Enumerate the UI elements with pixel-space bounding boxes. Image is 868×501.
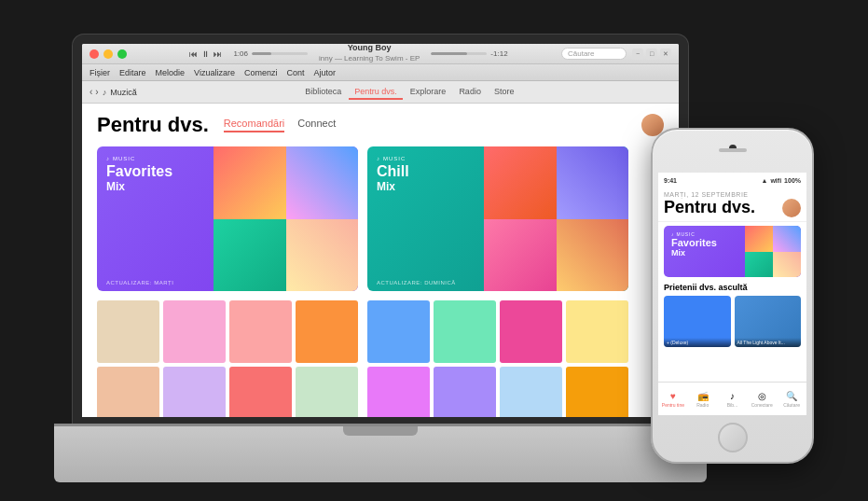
chill-album-2[interactable]	[434, 300, 496, 363]
laptop-screen-border: ⏮ ⏸ ⏭ 1:06 Young Boy inny — Lea	[73, 35, 688, 426]
laptop-notch	[343, 426, 418, 436]
phone-favorites-card[interactable]: ♪ MUSIC Favorites Mix	[664, 226, 801, 277]
menu-editare[interactable]: Editare	[119, 68, 146, 77]
tab-radio[interactable]: Radio	[453, 85, 487, 100]
chill-album-3[interactable]	[500, 300, 562, 363]
phone-friend-1[interactable]: + (Deluxe)	[664, 296, 731, 347]
small-album-7[interactable]	[229, 367, 292, 417]
tab-store[interactable]: Store	[489, 85, 520, 100]
tab-explorare[interactable]: Explorare	[405, 85, 452, 100]
progress-fill-right	[431, 52, 467, 55]
phone-collage-3	[745, 252, 773, 278]
favorites-collage-1	[214, 146, 286, 219]
pause-button[interactable]: ⏸	[201, 49, 210, 59]
favorites-collage-3	[214, 219, 286, 292]
phone-favorites-collage	[745, 226, 801, 277]
tab-connect[interactable]: Connect	[297, 118, 336, 132]
progress-bar[interactable]	[252, 52, 308, 55]
phone-tab-bib[interactable]: ♪ Bib...	[718, 391, 748, 408]
phone-vol-up-button[interactable]	[651, 200, 653, 214]
phone-ui: 9:41 ▲ wifi 100% MARȚI, 12 SEPTEMBRIE Pe…	[658, 173, 806, 415]
back-button[interactable]: ‹	[90, 87, 92, 97]
forward-button[interactable]: ›	[95, 87, 98, 97]
phone-collage-4	[773, 252, 801, 278]
progress-bar-right[interactable]	[431, 52, 487, 55]
chill-album-6[interactable]	[434, 367, 496, 417]
phone-side-button[interactable]	[812, 204, 814, 223]
phone-favorites-name: Favorites	[671, 237, 717, 248]
phone-home-button[interactable]	[718, 423, 748, 452]
phone-collage-1	[745, 226, 773, 252]
menu-ajutor[interactable]: Ajutor	[313, 68, 336, 77]
minimize-win-button[interactable]: −	[632, 49, 643, 60]
small-album-5[interactable]	[97, 367, 159, 417]
heart-icon: ♥	[670, 391, 676, 401]
chill-section: ♪ MUSIC Chill Mix ACTUALIZARE: DUMINICĂ	[367, 146, 628, 417]
rewind-button[interactable]: ⏮	[189, 49, 198, 59]
chill-album-1[interactable]	[367, 300, 430, 363]
close-button[interactable]	[90, 49, 99, 59]
favorites-mix-card[interactable]: ♪ MUSIC Favorites Mix ACTUALIZARE: MARȚI	[97, 146, 358, 291]
laptop-screen: ⏮ ⏸ ⏭ 1:06 Young Boy inny — Lea	[82, 44, 679, 417]
phone-vol-down-button[interactable]	[651, 219, 653, 233]
close-win-button[interactable]: ✕	[660, 49, 671, 60]
phone-tab-connect[interactable]: ◎ Conectare	[747, 391, 777, 408]
nav-location: Muzică	[110, 88, 137, 97]
window-controls: − □ ✕	[632, 49, 671, 60]
menu-comenzi[interactable]: Comenzi	[244, 68, 278, 77]
small-album-1[interactable]	[97, 300, 159, 363]
search-input[interactable]: Căutare	[561, 48, 627, 60]
song-title: Young Boy	[319, 44, 420, 54]
minimize-button[interactable]	[103, 49, 113, 59]
small-album-3[interactable]	[229, 300, 292, 363]
menu-melodie[interactable]: Melodie	[156, 68, 186, 77]
itunes-titlebar: ⏮ ⏸ ⏭ 1:06 Young Boy inny — Lea	[82, 44, 679, 64]
page-title: Pentru dvs.	[97, 113, 209, 137]
library-icon: ♪	[730, 391, 735, 401]
itunes-navbar: ‹ › ♪ Muzică Biblioteca Pentru dvs. Expl…	[82, 81, 679, 104]
chill-album-7[interactable]	[500, 367, 562, 417]
phone-tab-pentru-tine[interactable]: ♥ Pentru tine	[658, 391, 688, 408]
tab-recomandari[interactable]: Recomandări	[224, 118, 284, 132]
forward-button[interactable]: ⏭	[214, 49, 222, 59]
maximize-button[interactable]	[117, 49, 127, 59]
phone-header: MARȚI, 12 SEPTEMBRIE Pentru dvs.	[658, 188, 806, 222]
transport-controls: ⏮ ⏸ ⏭	[189, 49, 222, 59]
chill-album-8[interactable]	[566, 367, 628, 417]
connect-icon: ◎	[758, 391, 766, 401]
favorites-collage-4	[286, 219, 359, 292]
titlebar-center: ⏮ ⏸ ⏭ 1:06 Young Boy inny — Lea	[136, 44, 561, 64]
chill-mix-label: ♪ MUSIC Chill Mix	[377, 156, 409, 193]
chill-mix-type: Mix	[377, 180, 409, 193]
itunes-content: Pentru dvs. Recomandări Connect	[82, 104, 679, 417]
tab-biblioteca[interactable]: Biblioteca	[299, 85, 347, 100]
menu-cont[interactable]: Cont	[286, 68, 304, 77]
phone-content: ♪ MUSIC Favorites Mix Prietenii dvs. asc…	[658, 222, 806, 382]
phone-tab-search[interactable]: 🔍 Căutare	[777, 391, 806, 408]
small-album-6[interactable]	[163, 367, 226, 417]
progress-fill	[252, 52, 271, 55]
itunes-app: ⏮ ⏸ ⏭ 1:06 Young Boy inny — Lea	[82, 44, 679, 417]
battery-icon: 100%	[784, 177, 801, 184]
restore-win-button[interactable]: □	[646, 49, 657, 60]
phone-body: 9:41 ▲ wifi 100% MARȚI, 12 SEPTEMBRIE Pe…	[651, 128, 814, 464]
favorites-mix-name: Favorites	[106, 163, 172, 180]
small-album-4[interactable]	[296, 300, 358, 363]
small-album-8[interactable]	[296, 367, 358, 417]
menu-vizualizare[interactable]: Vizualizare	[194, 68, 235, 77]
small-album-2[interactable]	[163, 300, 226, 363]
phone-user-avatar[interactable]	[782, 199, 801, 217]
chill-mix-card[interactable]: ♪ MUSIC Chill Mix ACTUALIZARE: DUMINICĂ	[367, 146, 628, 291]
phone-tab-radio[interactable]: 📻 Radio	[688, 391, 718, 408]
chill-mix-name: Chill	[377, 163, 409, 180]
chill-small-grid	[367, 300, 628, 417]
chill-album-4[interactable]	[566, 300, 628, 363]
chill-collage-1	[484, 146, 557, 219]
favorites-collage-2	[286, 146, 359, 219]
menu-fisier[interactable]: Fișier	[90, 68, 110, 77]
phone-friend-2[interactable]: All The Light Above It...	[735, 296, 802, 347]
favorites-section: ♪ MUSIC Favorites Mix ACTUALIZARE: MARȚI	[97, 146, 358, 417]
chill-album-5[interactable]	[367, 367, 430, 417]
tab-pentru-dvs[interactable]: Pentru dvs.	[349, 85, 403, 100]
phone-date: MARȚI, 12 SEPTEMBRIE	[664, 191, 801, 198]
